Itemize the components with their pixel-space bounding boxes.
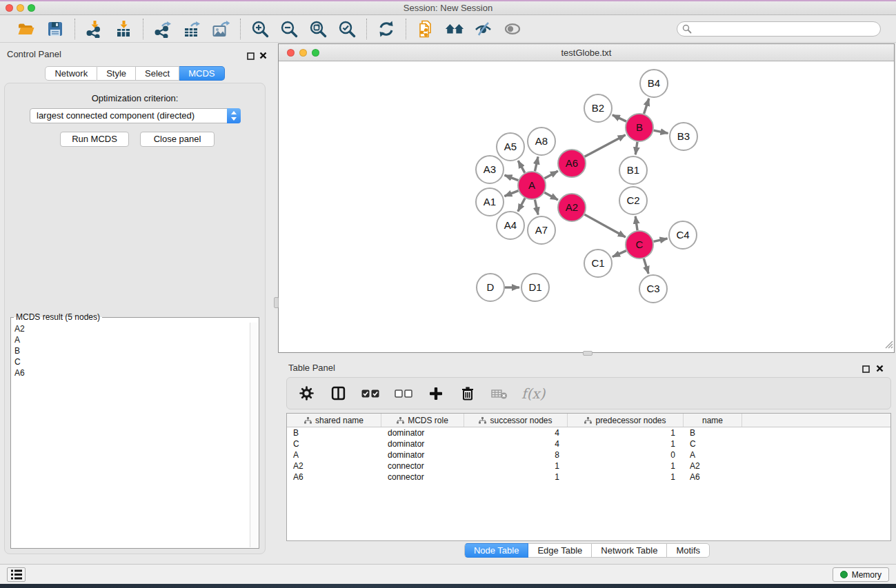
table-cell: dominator — [381, 438, 464, 449]
table-cell: B — [684, 427, 742, 438]
float-table-panel-icon[interactable] — [862, 363, 870, 376]
plus-icon[interactable] — [426, 384, 446, 403]
network-window-titlebar[interactable]: testGlobe.txt — [279, 44, 894, 61]
run-mcds-button[interactable]: Run MCDS — [60, 132, 129, 147]
table-cell: 1 — [464, 472, 568, 483]
desktop-background-strip — [0, 584, 896, 588]
edge-A-A4[interactable] — [518, 199, 525, 212]
import-network-icon[interactable] — [85, 19, 104, 39]
network-graph: B4B2BB3A5A8A6B1A3AA1C2A2A4A7C4CC1C3DD1 — [279, 61, 894, 352]
unchecked-boxes-icon[interactable] — [393, 384, 414, 403]
table-tabs: Node TableEdge TableNetwork TableMotifs — [278, 543, 896, 558]
zoom-in-icon[interactable] — [250, 19, 270, 39]
mcds-result-item[interactable]: B — [12, 345, 250, 356]
eye-icon[interactable] — [503, 19, 522, 39]
column-header-name[interactable]: name — [684, 414, 742, 427]
node-label-A5: A5 — [504, 141, 517, 152]
search-input[interactable] — [677, 21, 881, 37]
zoom-selected-icon[interactable] — [337, 19, 357, 39]
import-table-icon[interactable] — [114, 19, 133, 39]
table-row[interactable]: A2connector11A2 — [287, 460, 890, 472]
edge-C-C1[interactable] — [613, 251, 626, 257]
table-cell: C — [287, 438, 381, 449]
hide-eye-icon[interactable] — [474, 19, 493, 39]
tab-node-table[interactable]: Node Table — [464, 543, 529, 558]
float-panel-icon[interactable] — [247, 50, 255, 63]
column-header-successor-nodes[interactable]: successor nodes — [464, 414, 568, 427]
zoom-out-icon[interactable] — [279, 19, 299, 39]
edge-A2-C[interactable] — [584, 214, 625, 237]
tab-motifs[interactable]: Motifs — [667, 543, 710, 558]
edge-C-C4[interactable] — [653, 239, 667, 241]
node-label-A4: A4 — [504, 219, 517, 231]
node-label-B3: B3 — [677, 130, 690, 142]
edge-A-A3[interactable] — [505, 175, 519, 180]
table-cell: dominator — [381, 449, 464, 460]
edge-A-A1[interactable] — [504, 191, 518, 196]
edge-B-B3[interactable] — [654, 130, 668, 133]
node-label-A6: A6 — [566, 157, 578, 169]
memory-button[interactable]: Memory — [833, 567, 889, 582]
mcds-result-scrollbar[interactable] — [250, 323, 258, 547]
mcds-result-item[interactable]: A2 — [12, 323, 250, 334]
table-row[interactable]: Bdominator41B — [287, 427, 890, 438]
memory-label: Memory — [852, 570, 882, 580]
edge-A6-B[interactable] — [585, 135, 626, 156]
mcds-result-item[interactable]: C — [12, 356, 250, 367]
node-label-C2: C2 — [626, 194, 639, 206]
home-icon[interactable] — [445, 19, 464, 39]
table-row[interactable]: Cdominator41C — [287, 438, 890, 449]
tab-network-table[interactable]: Network Table — [592, 543, 667, 558]
edge-A-A2[interactable] — [544, 192, 557, 200]
network-window-title: testGlobe.txt — [279, 48, 894, 58]
optimization-criterion-select[interactable]: largest connected component (directed) — [30, 108, 241, 123]
edge-B-B1[interactable] — [635, 142, 637, 154]
gear-icon[interactable] — [297, 384, 316, 403]
tab-mcds[interactable]: MCDS — [179, 66, 224, 81]
column-header-shared-name[interactable]: shared name — [287, 414, 381, 427]
tab-network[interactable]: Network — [45, 66, 97, 81]
close-table-panel-icon[interactable] — [876, 363, 884, 375]
export-network-icon[interactable] — [153, 19, 172, 39]
table-row[interactable]: A6connector11A6 — [287, 472, 890, 483]
trash-icon[interactable] — [458, 384, 477, 403]
edge-A-A8[interactable] — [535, 156, 538, 171]
close-panel-button[interactable]: Close panel — [140, 132, 215, 147]
tab-style[interactable]: Style — [97, 66, 136, 81]
list-icon — [10, 569, 23, 580]
export-table-icon[interactable] — [182, 19, 201, 39]
edge-A-A7[interactable] — [535, 200, 538, 215]
node-label-C4: C4 — [676, 229, 689, 241]
search-icon — [682, 24, 692, 37]
edge-A-A6[interactable] — [544, 171, 557, 179]
close-panel-icon[interactable] — [259, 50, 267, 62]
splitter-handle-left[interactable] — [274, 297, 279, 308]
edge-A-A5[interactable] — [518, 161, 525, 173]
edge-C-C3[interactable] — [644, 258, 648, 274]
column-header-predecessor-nodes[interactable]: predecessor nodes — [568, 414, 684, 427]
splitter-handle-bottom[interactable] — [583, 351, 593, 356]
tab-select[interactable]: Select — [136, 66, 179, 81]
zoom-fit-icon[interactable] — [308, 19, 328, 39]
column-header-mcds-role[interactable]: MCDS role — [381, 414, 464, 427]
table-row[interactable]: Adominator80A — [287, 449, 890, 460]
resize-grip-icon[interactable] — [884, 339, 893, 352]
export-image-icon[interactable] — [211, 19, 230, 39]
save-icon[interactable] — [46, 19, 65, 39]
mcds-result-item[interactable]: A6 — [12, 367, 250, 378]
tab-edge-table[interactable]: Edge Table — [528, 543, 592, 558]
checked-boxes-icon[interactable] — [360, 384, 381, 403]
edge-B-B4[interactable] — [644, 99, 649, 114]
task-history-button[interactable] — [7, 567, 26, 582]
refresh-icon[interactable] — [377, 19, 396, 39]
split-column-icon[interactable] — [328, 384, 348, 403]
table-cell: 1 — [568, 460, 684, 472]
document-share-icon[interactable] — [416, 19, 435, 39]
mcds-result-item[interactable]: A — [12, 334, 250, 345]
edge-B-B2[interactable] — [613, 115, 626, 121]
table-cell: A — [287, 449, 381, 460]
open-folder-icon[interactable] — [17, 19, 36, 39]
edge-C-C2[interactable] — [635, 216, 637, 230]
network-canvas[interactable]: B4B2BB3A5A8A6B1A3AA1C2A2A4A7C4CC1C3DD1 — [279, 61, 894, 352]
table-cell: A6 — [684, 472, 742, 483]
